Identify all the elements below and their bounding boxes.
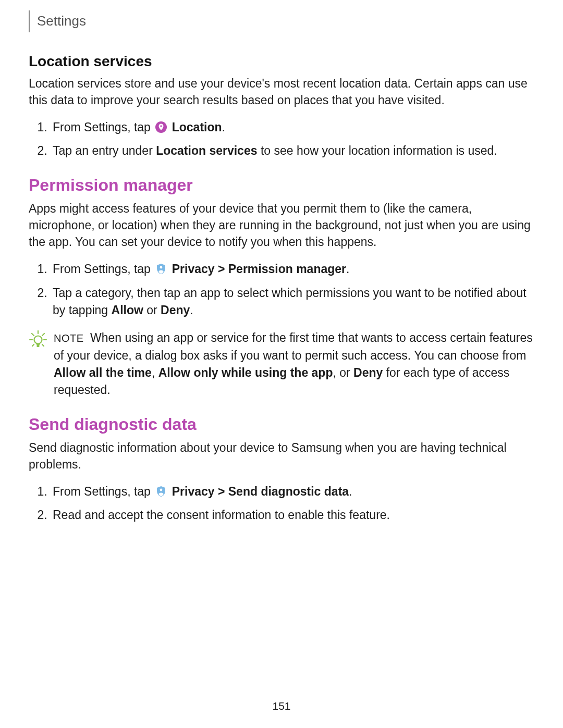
list-item: Read and accept the consent information … (51, 507, 534, 524)
step-text: . (190, 303, 193, 317)
step-bold: Privacy > Send diagnostic data (172, 485, 349, 498)
step-text: From Settings, tap (53, 485, 154, 498)
step-text: From Settings, tap (53, 262, 154, 276)
step-text: Tap an entry under (53, 144, 156, 157)
step-bold: Location (172, 120, 222, 134)
svg-point-13 (160, 489, 163, 491)
step-text: to see how your location information is … (258, 144, 497, 157)
svg-point-10 (34, 336, 42, 344)
step-text: . (346, 262, 349, 276)
lightbulb-icon (29, 330, 47, 349)
privacy-shield-icon (155, 263, 167, 275)
step-bold: Privacy > Permission manager (172, 262, 346, 276)
note-text: NOTE When using an app or service for th… (54, 329, 534, 399)
note-body: When using an app or service for the fir… (54, 331, 533, 362)
location-pin-icon (155, 121, 167, 133)
note-body: , or (333, 366, 353, 379)
send-diagnostic-intro: Send diagnostic information about your d… (29, 439, 534, 473)
note-block: NOTE When using an app or service for th… (29, 329, 534, 399)
step-text: . (349, 485, 352, 498)
privacy-shield-icon (155, 485, 167, 498)
page-header: Settings (29, 10, 534, 32)
permission-manager-steps: From Settings, tap Privacy > Permission … (29, 261, 534, 319)
list-item: From Settings, tap Privacy > Permission … (51, 261, 534, 278)
page-number: 151 (0, 700, 563, 712)
list-item: From Settings, tap Location. (51, 119, 534, 136)
note-label: NOTE (54, 332, 84, 344)
svg-line-5 (42, 334, 44, 336)
note-bold: Allow only while using the app (158, 366, 333, 379)
svg-line-9 (42, 344, 44, 346)
permission-manager-heading: Permission manager (29, 176, 534, 195)
step-bold: Allow (112, 303, 143, 317)
send-diagnostic-steps: From Settings, tap Privacy > Send diagno… (29, 483, 534, 524)
note-body: , (152, 366, 158, 379)
send-diagnostic-heading: Send diagnostic data (29, 415, 534, 434)
step-bold: Deny (161, 303, 190, 317)
step-text: or (143, 303, 161, 317)
page: Settings Location services Location serv… (0, 0, 563, 728)
location-services-steps: From Settings, tap Location. Tap an entr… (29, 119, 534, 160)
step-text: From Settings, tap (53, 120, 154, 134)
note-bold: Allow all the time (54, 366, 152, 379)
svg-line-4 (32, 334, 34, 336)
svg-point-1 (161, 125, 162, 127)
svg-rect-11 (36, 343, 40, 346)
list-item: Tap a category, then tap an app to selec… (51, 285, 534, 319)
location-services-intro: Location services store and use your dev… (29, 75, 534, 108)
list-item: Tap an entry under Location services to … (51, 142, 534, 159)
note-bold: Deny (353, 366, 383, 379)
permission-manager-intro: Apps might access features of your devic… (29, 200, 534, 251)
step-bold: Location services (156, 144, 257, 157)
list-item: From Settings, tap Privacy > Send diagno… (51, 483, 534, 500)
svg-point-2 (160, 266, 163, 269)
svg-line-8 (32, 344, 34, 346)
svg-rect-12 (37, 346, 40, 347)
step-text: . (222, 120, 225, 134)
step-text: Read and accept the consent information … (53, 508, 390, 522)
location-services-heading: Location services (29, 53, 534, 70)
